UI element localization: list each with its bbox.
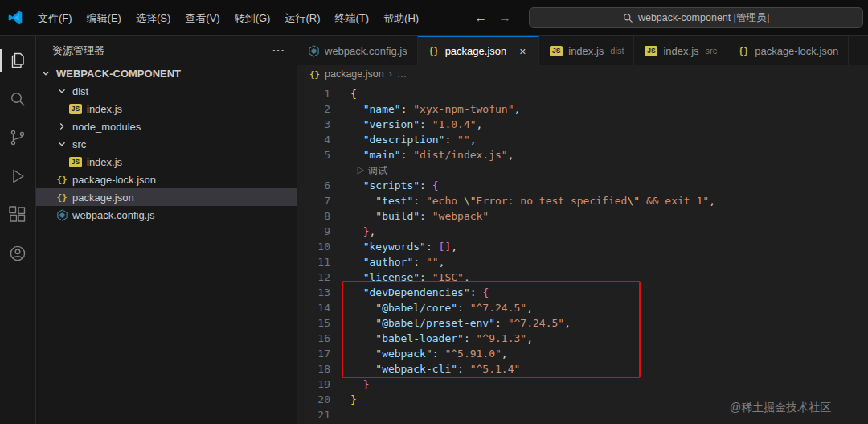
tree-item-label: package.json [72,191,134,204]
chevron-down-icon [55,85,68,97]
json-icon: {} [309,68,320,80]
line-content [330,407,350,422]
menu-item--h-[interactable]: 帮助(H) [376,0,426,36]
codelens-row: ▷ 调试 [297,163,868,178]
tree-item-index-js[interactable]: JSindex.js [36,153,297,171]
line-number: 3 [297,117,330,132]
menu-item--t-[interactable]: 终端(T) [327,0,376,36]
line-content: "keywords": [], [330,239,457,254]
code-line: 17 "webpack": "^5.91.0", [297,346,868,361]
line-content: "test": "echo \"Error: no test specified… [330,193,715,208]
code-line: 12 "license": "ISC", [297,270,868,285]
tree-item-label: package-lock.json [72,174,156,186]
code-line: 7 "test": "echo \"Error: no test specifi… [297,193,868,208]
line-number: 4 [297,132,330,147]
tab-webpack-config-js[interactable]: webpack.config.js [297,36,418,65]
breadcrumb-symbol-more: … [397,68,407,80]
tree-item-label: dist [72,85,88,97]
tab-detail: src [706,46,718,56]
tab-index-js-src[interactable]: JSindex.jssrc [634,36,727,65]
line-content: "main": "dist/index.js", [330,147,514,163]
tab-label: webpack.config.js [325,45,407,57]
line-number: 10 [297,239,330,254]
tree-item-node-modules[interactable]: node_modules [36,117,297,135]
tree-item-index-js[interactable]: JSindex.js [36,100,297,117]
close-icon[interactable]: × [516,45,529,58]
line-number: 14 [297,300,330,315]
menu-item--e-[interactable]: 编辑(E) [80,0,129,36]
code-line: 14 "@babel/core": "^7.24.5", [297,300,868,315]
files-icon[interactable] [0,41,35,80]
js-file-icon: JS [645,46,657,56]
code-line: 11 "author": "", [297,254,868,270]
tree-item-label: index.js [87,103,122,115]
menu-item--v-[interactable]: 查看(V) [178,0,227,36]
editor-area: webpack.config.js{}package.json×JSindex.… [297,36,868,424]
line-content: "@babel/core": "^7.24.5", [330,300,533,315]
extensions-icon[interactable] [0,196,35,234]
workbench: 资源管理器 ··· WEBPACK-COMPONENTdistJSindex.j… [0,36,868,424]
forward-arrow-button[interactable]: → [498,10,511,25]
tab-bar: webpack.config.js{}package.json×JSindex.… [297,36,868,65]
title-bar: 文件(F)编辑(E)选择(S)查看(V)转到(G)运行(R)终端(T)帮助(H)… [0,0,868,36]
tab-index-js-dist[interactable]: JSindex.jsdist [539,36,634,65]
tab-package-lock-json[interactable]: {}package-lock.json [727,36,849,65]
back-arrow-button[interactable]: ← [474,10,487,25]
code-line: 1{ [297,86,868,101]
activity-bar [0,36,36,424]
tab-label: index.js [663,45,698,57]
tree-root-webpack-component[interactable]: WEBPACK-COMPONENT [36,64,297,82]
tree-item-package-lock-json[interactable]: {}package-lock.json [36,171,297,188]
history-nav: ← → [474,10,511,25]
search-icon [623,13,633,23]
line-number: 9 [297,224,330,239]
command-center-search[interactable]: webpack-component [管理员] [529,7,863,28]
code-line: 16 "babel-loader": "^9.1.3", [297,331,868,346]
line-number: 16 [297,331,330,346]
line-content: { [330,86,357,101]
line-content: } [330,377,369,392]
menu-item--f-[interactable]: 文件(F) [31,0,80,36]
line-number: 20 [297,392,330,407]
line-number [297,163,330,178]
tab-package-json[interactable]: {}package.json× [418,36,540,65]
line-number: 12 [297,270,330,285]
json-file-icon: {} [55,191,68,204]
debug-codelens[interactable]: ▷ 调试 [350,165,387,176]
file-tree: WEBPACK-COMPONENTdistJSindex.jsnode_modu… [36,64,297,224]
webpack-file-icon [307,44,320,57]
search-icon[interactable] [0,80,35,118]
line-number: 11 [297,254,330,270]
line-number: 13 [297,285,330,300]
menu-item--s-[interactable]: 选择(S) [129,0,178,36]
more-actions-icon[interactable]: ··· [272,44,285,56]
tab-label: index.js [568,45,604,57]
code-editor[interactable]: 1{2 "name": "xyx-npm-twofun",3 "version"… [297,83,868,424]
line-content: }, [330,224,375,239]
line-content: ▷ 调试 [330,163,387,178]
tree-item-src[interactable]: src [36,135,297,153]
chevron-down-icon [55,138,68,150]
breadcrumb-separator: › [389,68,392,80]
tree-item-label: src [72,138,86,150]
menu-item--g-[interactable]: 转到(G) [227,0,278,36]
account-icon[interactable] [0,234,35,273]
code-line: 10 "keywords": [], [297,239,868,254]
menu-item--r-[interactable]: 运行(R) [277,0,327,36]
line-number: 21 [297,407,330,422]
tree-item-webpack-config-js[interactable]: webpack.config.js [36,206,297,224]
code-line: 19 } [297,377,868,392]
line-number: 15 [297,315,330,331]
tree-item-dist[interactable]: dist [36,82,297,100]
source-control-icon[interactable] [0,118,35,157]
line-content: "webpack": "^5.91.0", [330,346,508,361]
code-line: 5 "main": "dist/index.js", [297,147,868,163]
line-number: 1 [297,86,330,101]
breadcrumb[interactable]: {} package.json › … [297,65,868,83]
run-debug-icon[interactable] [0,157,35,196]
breadcrumb-file: package.json [325,68,384,80]
line-content: "build": "webpack" [330,208,489,224]
tree-item-package-json[interactable]: {}package.json [36,188,297,206]
line-content: "devDependencies": { [330,285,489,300]
line-number: 2 [297,101,330,117]
